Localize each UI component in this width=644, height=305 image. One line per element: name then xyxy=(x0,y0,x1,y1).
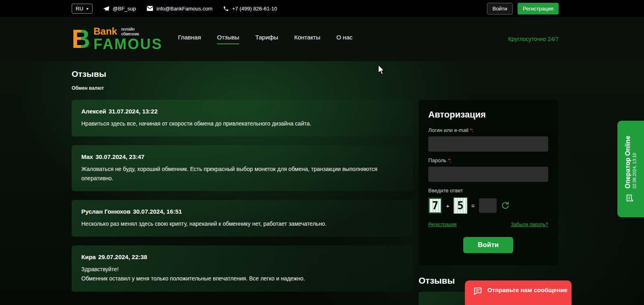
captcha-label: Введите ответ xyxy=(428,188,548,194)
nav-reviews[interactable]: Отзывы xyxy=(217,34,239,44)
topbar: RU ▾ @BF_sup info@BankFamous.com +7 (499… xyxy=(0,0,644,17)
refresh-icon xyxy=(501,201,510,211)
send-message-button[interactable]: Отправьте нам сообщение xyxy=(465,280,572,305)
reviews-list: Алексей31.07.2024, 13:22 Нравиться здесь… xyxy=(72,100,413,292)
working-hours: Круглосуточно 24/7 xyxy=(508,36,559,42)
register-link[interactable]: Регистрация xyxy=(428,222,456,227)
logo[interactable]: B Bank онлайн обменник FAMOUS xyxy=(72,26,163,52)
review-date: 29.07.2024, 22:38 xyxy=(98,253,147,260)
operator-status: Оператор Online xyxy=(624,136,632,188)
language-value: RU xyxy=(76,6,83,12)
review-author: Кира xyxy=(81,253,96,260)
auth-submit-button[interactable]: Войти xyxy=(463,237,513,253)
captcha-digit-image-1: 7 xyxy=(428,198,442,214)
login-button[interactable]: Войти xyxy=(487,3,513,14)
review-text: Несколько раз менял здесь свою крипту, н… xyxy=(81,219,403,229)
email-address: info@BankFamous.com xyxy=(157,6,213,12)
review-text: Здравствуйте! Обменник оставил у меня то… xyxy=(81,265,403,283)
captcha-digit-image-2: 5 xyxy=(454,198,467,214)
review-text: Жаловаться не буду, хороший обменник. Ес… xyxy=(81,165,403,183)
phone-icon xyxy=(223,6,229,12)
nav-contacts[interactable]: Контакты xyxy=(294,34,320,44)
send-message-label: Отправьте нам сообщение xyxy=(487,286,568,293)
site-header: B Bank онлайн обменник FAMOUS Главная От… xyxy=(0,17,644,61)
forgot-password-link[interactable]: Забыли пароль? xyxy=(511,222,548,227)
operator-online-tab[interactable]: Оператор Online 02.08.2024, 13:10 xyxy=(617,121,644,217)
nav-about[interactable]: О нас xyxy=(336,34,353,44)
password-label: Пароль *: xyxy=(428,157,548,163)
chat-icon xyxy=(473,286,483,297)
nav-home[interactable]: Главная xyxy=(178,34,201,44)
register-button[interactable]: Регистрация xyxy=(518,3,559,14)
telegram-link[interactable]: @BF_sup xyxy=(103,5,136,12)
review-author: Алексей xyxy=(81,108,106,115)
auth-title: Авторизация xyxy=(428,109,548,120)
email-link[interactable]: info@BankFamous.com xyxy=(147,6,213,12)
auth-panel: Авторизация Логин или e-mail *: Пароль *… xyxy=(419,100,558,265)
main-content: Отзывы Обмен валют Алексей31.07.2024, 13… xyxy=(0,61,644,305)
telegram-handle: @BF_sup xyxy=(113,6,136,12)
login-label: Логин или e-mail *: xyxy=(428,127,548,133)
review-date: 30.07.2024, 16:51 xyxy=(133,208,182,215)
chevron-down-icon: ▾ xyxy=(87,6,89,11)
captcha-row: 7 + 5 = xyxy=(428,198,548,214)
email-icon xyxy=(147,6,153,11)
captcha-operator: + xyxy=(446,202,450,209)
logo-famous-text: FAMOUS xyxy=(93,37,163,52)
phone-link[interactable]: +7 (499) 826-61-10 xyxy=(223,6,277,12)
main-nav: Главная Отзывы Тарифы Контакты О нас xyxy=(178,34,353,44)
logo-bank-text: Bank xyxy=(93,27,117,36)
logo-mark: B xyxy=(72,26,90,52)
review-card: Руслан Гонюхов30.07.2024, 16:51 Нескольк… xyxy=(72,200,413,237)
login-input[interactable] xyxy=(428,136,548,152)
breadcrumb: Обмен валют xyxy=(72,85,558,91)
page: RU ▾ @BF_sup info@BankFamous.com +7 (499… xyxy=(0,0,644,305)
operator-datetime: 02.08.2024, 13:10 xyxy=(632,136,638,188)
review-header: Кира29.07.2024, 22:38 xyxy=(81,253,403,260)
nav-tariffs[interactable]: Тарифы xyxy=(255,34,278,44)
review-date: 31.07.2024, 13:22 xyxy=(109,108,158,115)
captcha-equals: = xyxy=(471,202,475,209)
review-card: Алексей31.07.2024, 13:22 Нравиться здесь… xyxy=(72,100,413,136)
review-header: Max30.07.2024, 23:47 xyxy=(81,153,403,160)
password-input[interactable] xyxy=(428,167,548,182)
captcha-refresh-button[interactable] xyxy=(501,201,510,211)
review-card: Кира29.07.2024, 22:38 Здравствуйте! Обме… xyxy=(72,245,413,291)
language-selector[interactable]: RU ▾ xyxy=(72,4,93,14)
review-card: Max30.07.2024, 23:47 Жаловаться не буду,… xyxy=(72,145,413,191)
logo-tagline: онлайн обменник xyxy=(121,27,139,36)
review-author: Max xyxy=(81,153,93,160)
review-header: Алексей31.07.2024, 13:22 xyxy=(81,108,403,115)
captcha-answer-input[interactable] xyxy=(479,198,497,213)
review-date: 30.07.2024, 23:47 xyxy=(95,153,144,160)
phone-number: +7 (499) 826-61-10 xyxy=(232,6,277,12)
page-title: Отзывы xyxy=(72,69,558,79)
telegram-icon xyxy=(103,5,109,12)
review-text: Нравиться здесь все, начиная от скорости… xyxy=(81,119,403,128)
right-column: Авторизация Логин или e-mail *: Пароль *… xyxy=(419,100,558,305)
review-author: Руслан Гонюхов xyxy=(81,208,130,215)
operator-chat-icon xyxy=(625,194,636,202)
review-header: Руслан Гонюхов30.07.2024, 16:51 xyxy=(81,208,403,215)
